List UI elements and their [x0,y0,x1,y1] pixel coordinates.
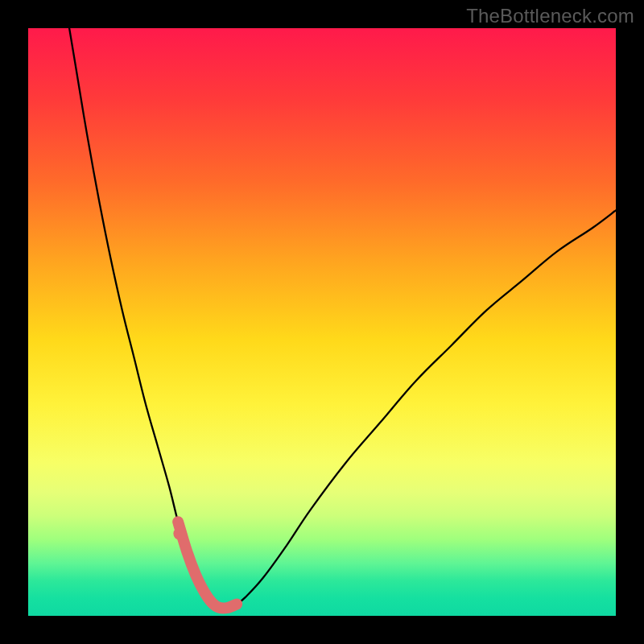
highlight-dot [173,527,186,540]
curve-layer [28,28,616,616]
bottleneck-curve [69,28,616,608]
plot-area [28,28,616,616]
watermark-text: TheBottleneck.com [466,5,634,27]
chart-frame: TheBottleneck.com [0,0,644,644]
highlight-segment [178,522,237,608]
